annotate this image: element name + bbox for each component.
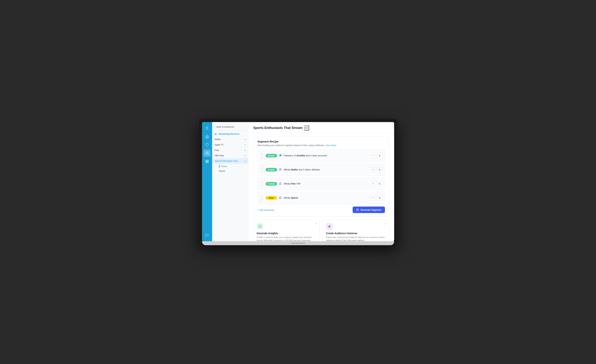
svg-point-0 xyxy=(206,152,207,153)
chevron-up-icon: ▴ xyxy=(245,160,246,162)
add-parameter-link[interactable]: + Add Parameter xyxy=(257,209,275,211)
param-actions-1: ✎ 🗑 xyxy=(371,153,382,158)
affinity-icon-3 xyxy=(279,182,282,186)
sidebar-section-header: Streaming Services xyxy=(212,131,248,137)
arrow-up-button[interactable]: ▴ xyxy=(260,166,264,170)
arrow-down-button[interactable]: ▾ xyxy=(260,170,264,173)
svg-point-10 xyxy=(279,196,280,197)
svg-rect-1 xyxy=(206,160,208,163)
universe-icon xyxy=(326,223,333,230)
sidebar-sub-sports: Builder Report xyxy=(212,164,248,173)
edit-param-3-button[interactable]: ✎ xyxy=(371,181,376,186)
create-universe-card[interactable]: ↗ Create Audience Universe Export raw, u… xyxy=(323,220,389,241)
sidebar-item-sports[interactable]: Sports Enthusiasts That ▴ xyxy=(212,158,248,164)
audience-icon[interactable] xyxy=(203,149,211,157)
chevron-down-icon: ▾ xyxy=(245,144,246,146)
arrow-down-button[interactable]: ▾ xyxy=(260,198,264,202)
learn-more-link[interactable]: Learn More xyxy=(325,144,336,147)
chevron-down-icon: ▾ xyxy=(245,149,246,151)
generate-segment-button[interactable]: Generate Segment xyxy=(353,207,385,213)
param-arrows-2: ▴ ▾ xyxy=(260,166,264,173)
universe-card-title: Create Audience Universe xyxy=(326,232,386,235)
section-footer: + Add Parameter Generate Segment xyxy=(257,207,385,213)
include-badge-2[interactable]: Include xyxy=(266,168,277,171)
nav-rail: ☰ xyxy=(202,122,212,241)
param-text-2: Affinity Netflix and 2 others affinities xyxy=(284,169,369,171)
delete-param-2-button[interactable]: 🗑 xyxy=(377,167,382,172)
arrow-down-button[interactable]: ▾ xyxy=(260,184,264,188)
filter-badge-4[interactable]: Filter xyxy=(266,196,277,200)
bottom-cards: ↗ Generate Insights Create a report to i… xyxy=(253,220,389,241)
svg-point-9 xyxy=(279,182,280,183)
page-title: Sports Enthusiasts That Stream xyxy=(253,126,303,130)
delete-param-4-button[interactable]: 🗑 xyxy=(377,195,382,201)
arrow-down-button[interactable]: ▾ xyxy=(260,156,264,159)
affinity-icon-2 xyxy=(279,168,282,171)
arrow-up-button[interactable]: ▴ xyxy=(260,194,264,198)
param-actions-2: ✎ 🗑 xyxy=(371,167,382,172)
param-row-1: ▴ ▾ Include Followers of @netflix and 3 … xyxy=(257,149,385,162)
sidebar-item-netflix[interactable]: Netflix ▾ xyxy=(212,137,248,142)
param-arrows-3: ▴ ▾ xyxy=(260,180,264,188)
arrow-up-button[interactable]: ▴ xyxy=(260,180,264,184)
include-badge-3[interactable]: Include xyxy=(266,182,277,186)
logout-icon[interactable] xyxy=(203,231,211,239)
sidebar-item-hbomax[interactable]: HBO Max ▾ xyxy=(212,153,248,158)
sidebar-item-hulu[interactable]: Hulu ▾ xyxy=(212,148,248,153)
shield-icon[interactable] xyxy=(203,141,211,149)
param-actions-4: ✎ 🗑 xyxy=(371,195,382,201)
sidebar-sub-item-builder[interactable]: Builder xyxy=(216,164,248,169)
edit-param-4-button[interactable]: ✎ xyxy=(371,195,376,201)
generate-icon xyxy=(356,208,359,211)
include-badge-1[interactable]: Include xyxy=(266,154,277,157)
delete-param-3-button[interactable]: 🗑 xyxy=(377,181,382,186)
sidebar-sub-item-report[interactable]: Report xyxy=(216,169,248,173)
delete-param-1-button[interactable]: 🗑 xyxy=(377,153,382,158)
svg-point-8 xyxy=(279,168,280,169)
param-text-1: Followers of @netflix and 3 other accoun… xyxy=(284,154,369,157)
insights-card-desc: Create a report to index your audience a… xyxy=(257,236,316,241)
segment-recipe-card: Segment Recipe Start building your audie… xyxy=(253,136,389,216)
param-arrows-4: ▴ ▾ xyxy=(260,194,264,202)
affinity-icon-4 xyxy=(279,196,282,200)
sidebar-section-label: Streaming Services xyxy=(219,133,240,135)
segment-recipe-desc: Start building your audience segment bas… xyxy=(257,144,385,147)
main-content: Sports Enthusiasts That Stream Segment R… xyxy=(248,122,394,241)
chart-icon[interactable] xyxy=(203,158,211,165)
param-row-4: ▴ ▾ Filter Affinity Sports ✎ xyxy=(257,192,385,204)
external-link-icon: ↗ xyxy=(315,223,317,225)
edit-param-1-button[interactable]: ✎ xyxy=(371,153,376,158)
insights-icon xyxy=(257,223,263,230)
param-arrows-1: ▴ ▾ xyxy=(260,152,264,159)
streaming-icon xyxy=(215,133,217,135)
chevron-down-icon: ▾ xyxy=(245,139,246,141)
external-link-icon-2: ↗ xyxy=(384,223,386,225)
sidebar: ‹ Back to Audiences Streaming Services N… xyxy=(212,122,248,241)
segment-recipe-title: Segment Recipe xyxy=(257,140,385,143)
insights-card-title: Generate Insights xyxy=(257,232,316,235)
sidebar-item-appletv[interactable]: Apple TV ▾ xyxy=(212,142,248,148)
chevron-down-icon: ▾ xyxy=(245,155,246,157)
edit-title-button[interactable] xyxy=(304,125,309,131)
twitter-icon xyxy=(279,154,282,157)
param-text-3: Affinity Film / TV xyxy=(284,183,369,185)
param-row-3: ▴ ▾ Include Affinity Film / TV ✎ xyxy=(257,178,385,190)
generate-insights-card[interactable]: ↗ Generate Insights Create a report to i… xyxy=(253,220,320,241)
back-chevron-icon: ‹ xyxy=(215,126,216,128)
home-icon[interactable] xyxy=(203,133,211,140)
universe-card-desc: Export raw, unstructured audience data i… xyxy=(326,236,386,241)
back-to-audiences[interactable]: ‹ Back to Audiences xyxy=(212,124,248,130)
svg-point-11 xyxy=(357,209,358,210)
param-row-2: ▴ ▾ Include Affinity Netflix and 2 other… xyxy=(257,163,385,176)
svg-point-7 xyxy=(215,133,216,134)
edit-param-2-button[interactable]: ✎ xyxy=(371,167,376,172)
param-text-4: Affinity Sports xyxy=(284,197,369,199)
param-actions-3: ✎ 🗑 xyxy=(371,181,382,186)
main-header: Sports Enthusiasts That Stream xyxy=(248,122,394,133)
menu-icon[interactable]: ☰ xyxy=(203,125,211,132)
active-indicator xyxy=(219,165,220,168)
arrow-up-button[interactable]: ▴ xyxy=(260,152,264,156)
